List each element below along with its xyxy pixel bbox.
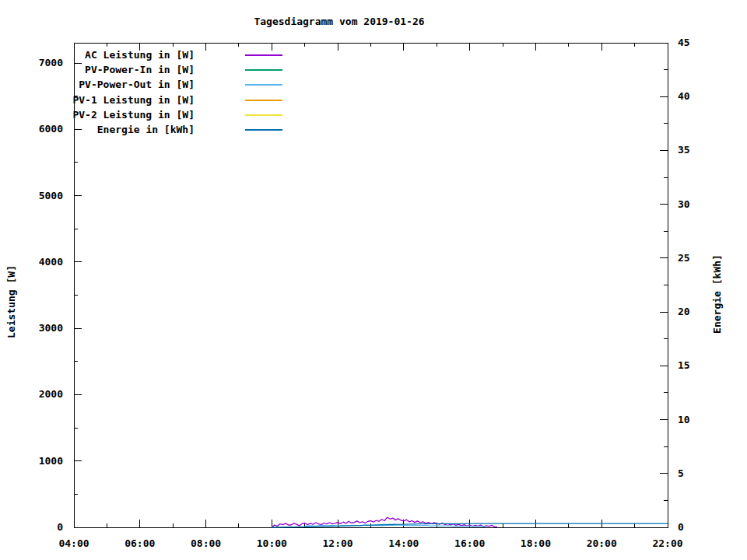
x-tick-label: 12:00: [323, 537, 353, 549]
x-tick-label: 10:00: [257, 537, 287, 549]
x-tick-label: 16:00: [454, 537, 485, 549]
legend-line-icon: [245, 84, 282, 86]
x-tick-label: 20:00: [587, 537, 617, 549]
legend-line-icon: [245, 69, 282, 71]
legend-line-icon: [245, 100, 282, 101]
y2-tick-label: 5: [678, 467, 684, 479]
y2-tick-label: 25: [678, 252, 690, 264]
y2-tick-label: 30: [678, 198, 690, 210]
y-tick-label: 1000: [39, 455, 63, 467]
legend-line-icon: [245, 129, 282, 131]
legend-line-icon: [245, 54, 282, 56]
y-tick-label: 2000: [39, 388, 63, 400]
y-tick-label: 3000: [39, 322, 63, 334]
x-tick-label: 06:00: [124, 537, 155, 549]
y-tick-label: 5000: [39, 190, 63, 201]
x-tick-label: 22:00: [652, 537, 682, 549]
x-tick-label: 18:00: [521, 537, 551, 549]
y-tick-label: 0: [57, 521, 63, 533]
legend-line-icon: [245, 114, 282, 116]
y2-tick-label: 45: [678, 37, 690, 48]
legend-label-3: PV-1 Leistung in [W]: [0, 93, 195, 107]
legend-label-1: PV-Power-In in [W]: [0, 63, 195, 77]
y2-tick-label: 0: [678, 521, 684, 533]
y2-tick-label: 15: [678, 359, 690, 371]
x-tick-label: 14:00: [388, 537, 419, 549]
y2-tick-label: 10: [678, 414, 690, 425]
daily-diagram-chart: 04:0006:0008:0010:0012:0014:0016:0018:00…: [0, 0, 747, 560]
x-tick-label: 08:00: [191, 537, 221, 549]
chart-title: Tagesdiagramm vom 2019-01-26: [74, 16, 605, 27]
legend-label-0: AC Leistung in [W]: [0, 48, 195, 62]
y2-tick-label: 35: [678, 144, 690, 156]
x-tick-label: 04:00: [58, 537, 89, 549]
y-axis-label-leistung: Leistung [W]: [5, 265, 17, 338]
y2-tick-label: 20: [678, 306, 690, 317]
y2-tick-label: 40: [678, 90, 690, 102]
y-tick-label: 4000: [39, 256, 63, 268]
legend-label-5: Energie in [kWh]: [0, 123, 195, 137]
legend-label-2: PV-Power-Out in [W]: [0, 78, 195, 92]
legend-label-4: PV-2 Leistung in [W]: [0, 108, 195, 122]
y2-axis-label-energie: Energie [kWh]: [711, 254, 723, 334]
